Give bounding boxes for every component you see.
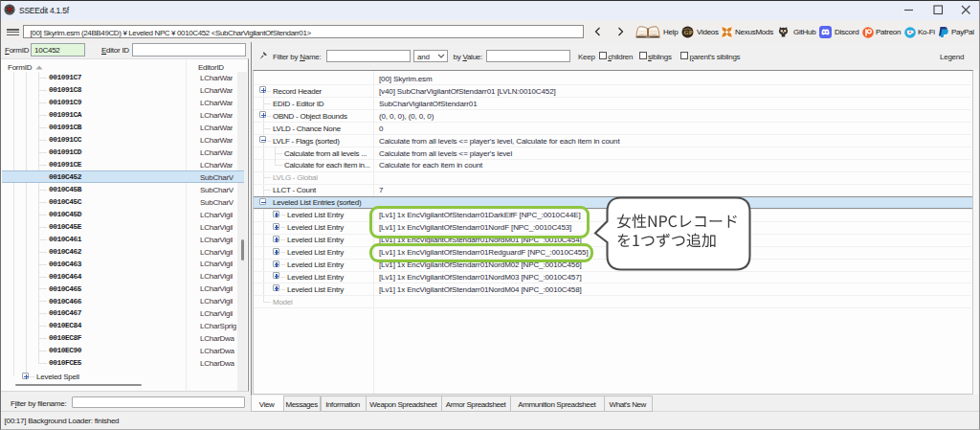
svg-text:GP: GP bbox=[684, 29, 693, 35]
